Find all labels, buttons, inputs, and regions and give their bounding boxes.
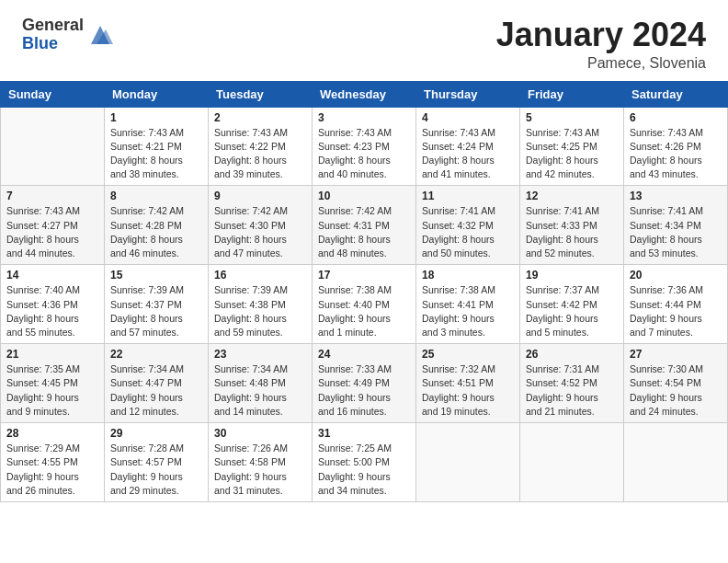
day-number: 16	[214, 269, 306, 282]
calendar-cell: 5Sunrise: 7:43 AMSunset: 4:25 PMDaylight…	[520, 107, 624, 186]
calendar-table: SundayMondayTuesdayWednesdayThursdayFrid…	[0, 81, 728, 502]
calendar-cell: 8Sunrise: 7:42 AMSunset: 4:28 PMDaylight…	[105, 186, 209, 265]
header-day-tuesday: Tuesday	[209, 81, 313, 107]
day-number: 25	[422, 348, 514, 361]
calendar-cell: 27Sunrise: 7:30 AMSunset: 4:54 PMDayligh…	[624, 344, 728, 423]
day-number: 30	[214, 427, 306, 440]
calendar-cell: 22Sunrise: 7:34 AMSunset: 4:47 PMDayligh…	[105, 344, 209, 423]
calendar-cell: 24Sunrise: 7:33 AMSunset: 4:49 PMDayligh…	[313, 344, 416, 423]
calendar-body: 1Sunrise: 7:43 AMSunset: 4:21 PMDaylight…	[1, 107, 728, 501]
day-number: 29	[110, 427, 202, 440]
calendar-cell: 29Sunrise: 7:28 AMSunset: 4:57 PMDayligh…	[105, 423, 209, 502]
day-number: 5	[526, 111, 618, 124]
day-number: 20	[630, 269, 722, 282]
day-number: 22	[110, 348, 202, 361]
calendar-cell	[1, 107, 105, 186]
day-info: Sunrise: 7:36 AMSunset: 4:44 PMDaylight:…	[630, 283, 722, 339]
day-number: 15	[110, 269, 202, 282]
header-row: SundayMondayTuesdayWednesdayThursdayFrid…	[1, 81, 728, 107]
calendar-cell: 28Sunrise: 7:29 AMSunset: 4:55 PMDayligh…	[1, 423, 105, 502]
calendar-cell	[624, 423, 728, 502]
calendar-cell: 17Sunrise: 7:38 AMSunset: 4:40 PMDayligh…	[313, 265, 416, 344]
day-number: 9	[214, 190, 306, 202]
calendar-cell: 31Sunrise: 7:25 AMSunset: 5:00 PMDayligh…	[313, 423, 416, 502]
calendar-cell: 9Sunrise: 7:42 AMSunset: 4:30 PMDaylight…	[209, 186, 313, 265]
calendar-cell: 10Sunrise: 7:42 AMSunset: 4:31 PMDayligh…	[313, 186, 416, 265]
header-day-saturday: Saturday	[624, 81, 728, 107]
calendar-cell: 1Sunrise: 7:43 AMSunset: 4:21 PMDaylight…	[105, 107, 209, 186]
day-number: 13	[630, 190, 722, 202]
day-info: Sunrise: 7:41 AMSunset: 4:33 PMDaylight:…	[526, 204, 618, 260]
calendar-cell: 4Sunrise: 7:43 AMSunset: 4:24 PMDaylight…	[416, 107, 520, 186]
day-number: 8	[110, 190, 202, 202]
calendar-cell: 21Sunrise: 7:35 AMSunset: 4:45 PMDayligh…	[1, 344, 105, 423]
day-number: 4	[422, 111, 514, 124]
day-info: Sunrise: 7:34 AMSunset: 4:48 PMDaylight:…	[214, 362, 306, 419]
logo: General Blue	[22, 17, 113, 53]
day-number: 21	[6, 348, 98, 361]
day-info: Sunrise: 7:43 AMSunset: 4:26 PMDaylight:…	[630, 126, 722, 182]
day-info: Sunrise: 7:43 AMSunset: 4:22 PMDaylight:…	[214, 126, 306, 182]
day-number: 7	[6, 190, 98, 202]
day-number: 18	[422, 269, 514, 282]
header-day-wednesday: Wednesday	[313, 81, 416, 107]
day-number: 17	[318, 269, 410, 282]
day-info: Sunrise: 7:43 AMSunset: 4:25 PMDaylight:…	[526, 126, 618, 182]
header: General Blue January 2024 Pamece, Sloven…	[0, 0, 728, 81]
subtitle: Pamece, Slovenia	[496, 55, 706, 72]
day-number: 26	[526, 348, 618, 361]
day-info: Sunrise: 7:32 AMSunset: 4:51 PMDaylight:…	[422, 362, 514, 419]
day-number: 14	[6, 269, 98, 282]
title-block: January 2024 Pamece, Slovenia	[496, 17, 706, 72]
day-info: Sunrise: 7:38 AMSunset: 4:40 PMDaylight:…	[318, 283, 410, 339]
header-day-monday: Monday	[105, 81, 209, 107]
day-info: Sunrise: 7:25 AMSunset: 5:00 PMDaylight:…	[318, 442, 410, 498]
header-day-thursday: Thursday	[416, 81, 520, 107]
calendar-cell: 11Sunrise: 7:41 AMSunset: 4:32 PMDayligh…	[416, 186, 520, 265]
logo-text: General Blue	[22, 17, 84, 53]
day-number: 12	[526, 190, 618, 202]
calendar-cell: 2Sunrise: 7:43 AMSunset: 4:22 PMDaylight…	[209, 107, 313, 186]
day-info: Sunrise: 7:35 AMSunset: 4:45 PMDaylight:…	[6, 362, 98, 419]
day-info: Sunrise: 7:28 AMSunset: 4:57 PMDaylight:…	[110, 442, 202, 498]
day-number: 28	[6, 427, 98, 440]
day-info: Sunrise: 7:41 AMSunset: 4:34 PMDaylight:…	[630, 204, 722, 260]
day-info: Sunrise: 7:30 AMSunset: 4:54 PMDaylight:…	[630, 362, 722, 419]
day-info: Sunrise: 7:43 AMSunset: 4:24 PMDaylight:…	[422, 126, 514, 182]
calendar-cell: 26Sunrise: 7:31 AMSunset: 4:52 PMDayligh…	[520, 344, 624, 423]
day-info: Sunrise: 7:31 AMSunset: 4:52 PMDaylight:…	[526, 362, 618, 419]
week-row-2: 7Sunrise: 7:43 AMSunset: 4:27 PMDaylight…	[1, 186, 728, 265]
day-info: Sunrise: 7:42 AMSunset: 4:28 PMDaylight:…	[110, 204, 202, 260]
day-number: 10	[318, 190, 410, 202]
calendar-cell: 15Sunrise: 7:39 AMSunset: 4:37 PMDayligh…	[105, 265, 209, 344]
header-day-friday: Friday	[520, 81, 624, 107]
day-number: 27	[630, 348, 722, 361]
day-info: Sunrise: 7:26 AMSunset: 4:58 PMDaylight:…	[214, 442, 306, 498]
calendar-cell: 3Sunrise: 7:43 AMSunset: 4:23 PMDaylight…	[313, 107, 416, 186]
calendar-cell: 7Sunrise: 7:43 AMSunset: 4:27 PMDaylight…	[1, 186, 105, 265]
day-info: Sunrise: 7:37 AMSunset: 4:42 PMDaylight:…	[526, 283, 618, 339]
calendar-cell: 14Sunrise: 7:40 AMSunset: 4:36 PMDayligh…	[1, 265, 105, 344]
calendar-cell: 19Sunrise: 7:37 AMSunset: 4:42 PMDayligh…	[520, 265, 624, 344]
calendar-cell	[520, 423, 624, 502]
day-info: Sunrise: 7:40 AMSunset: 4:36 PMDaylight:…	[6, 283, 98, 339]
day-number: 3	[318, 111, 410, 124]
calendar-cell: 13Sunrise: 7:41 AMSunset: 4:34 PMDayligh…	[624, 186, 728, 265]
calendar-cell: 25Sunrise: 7:32 AMSunset: 4:51 PMDayligh…	[416, 344, 520, 423]
day-info: Sunrise: 7:39 AMSunset: 4:37 PMDaylight:…	[110, 283, 202, 339]
calendar-cell: 12Sunrise: 7:41 AMSunset: 4:33 PMDayligh…	[520, 186, 624, 265]
day-info: Sunrise: 7:43 AMSunset: 4:21 PMDaylight:…	[110, 126, 202, 182]
day-info: Sunrise: 7:38 AMSunset: 4:41 PMDaylight:…	[422, 283, 514, 339]
day-number: 11	[422, 190, 514, 202]
page: General Blue January 2024 Pamece, Sloven…	[0, 0, 728, 563]
day-number: 2	[214, 111, 306, 124]
day-info: Sunrise: 7:43 AMSunset: 4:27 PMDaylight:…	[6, 204, 98, 260]
day-info: Sunrise: 7:39 AMSunset: 4:38 PMDaylight:…	[214, 283, 306, 339]
month-title: January 2024	[496, 17, 706, 53]
week-row-3: 14Sunrise: 7:40 AMSunset: 4:36 PMDayligh…	[1, 265, 728, 344]
day-number: 19	[526, 269, 618, 282]
logo-blue: Blue	[22, 35, 84, 53]
week-row-4: 21Sunrise: 7:35 AMSunset: 4:45 PMDayligh…	[1, 344, 728, 423]
week-row-1: 1Sunrise: 7:43 AMSunset: 4:21 PMDaylight…	[1, 107, 728, 186]
week-row-5: 28Sunrise: 7:29 AMSunset: 4:55 PMDayligh…	[1, 423, 728, 502]
